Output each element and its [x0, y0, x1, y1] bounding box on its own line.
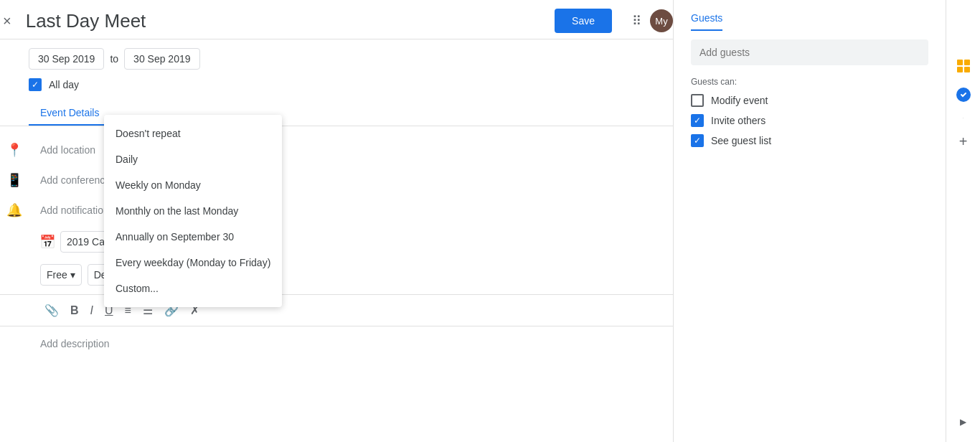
chevron-right-icon[interactable]: ▶	[955, 413, 972, 431]
guests-panel: Guests Guests can: Modify event Invite o…	[673, 0, 946, 442]
invite-others-label: Invite others	[711, 115, 765, 126]
date-row: 30 Sep 2019 to 30 Sep 2019	[0, 39, 673, 75]
save-button[interactable]: Save	[555, 9, 612, 33]
tabs: Event Details	[0, 100, 673, 126]
sidebar-icon-1[interactable]	[955, 57, 972, 75]
svg-rect-3	[964, 67, 970, 72]
status-value: Free	[47, 269, 67, 281]
guests-can-label: Guests can:	[691, 77, 928, 87]
allday-row: All day	[0, 75, 673, 94]
repeat-option-weekday[interactable]: Every weekday (Monday to Friday)	[104, 250, 282, 276]
header: × Save ⠿ My	[0, 0, 673, 39]
conference-icon: 📱	[0, 172, 29, 188]
invite-others-checkbox[interactable]	[691, 114, 704, 127]
conference-row: 📱 Add conferencing	[0, 165, 673, 195]
modify-event-option: Modify event	[691, 94, 928, 107]
svg-rect-1	[964, 60, 970, 65]
end-date-picker[interactable]: 30 Sep 2019	[124, 48, 199, 70]
bold-button[interactable]: B	[66, 301, 83, 320]
modify-event-label: Modify event	[711, 95, 768, 106]
see-guest-list-checkbox[interactable]	[691, 134, 704, 147]
svg-rect-2	[957, 67, 963, 72]
header-actions: Save ⠿ My	[555, 9, 673, 33]
see-guest-list-label: See guest list	[711, 135, 771, 146]
invite-others-option: Invite others	[691, 114, 928, 127]
location-row: 📍 Add location	[0, 135, 673, 165]
event-title-input[interactable]	[26, 10, 555, 32]
description-area[interactable]: Add description	[0, 329, 673, 387]
status-chevron-icon: ▾	[70, 269, 75, 281]
notification-icon: 🔔	[0, 202, 29, 218]
repeat-option-daily[interactable]: Daily	[104, 146, 282, 172]
calendar-row: 📅 2019 Calendar ▾ ▾	[0, 225, 673, 258]
apps-grid-icon[interactable]: ⠿	[632, 13, 641, 29]
sidebar-divider	[963, 118, 963, 118]
location-icon: 📍	[0, 142, 29, 158]
repeat-option-weekly[interactable]: Weekly on Monday	[104, 172, 282, 198]
tab-event-details[interactable]: Event Details	[29, 100, 110, 126]
status-selector[interactable]: Free ▾	[40, 264, 82, 286]
allday-label: All day	[49, 79, 79, 90]
italic-button[interactable]: I	[86, 301, 98, 320]
see-guest-list-option: See guest list	[691, 134, 928, 147]
close-button[interactable]: ×	[0, 10, 14, 32]
svg-rect-0	[957, 60, 963, 65]
form-section: 📍 Add location 📱 Add conferencing 🔔 Add …	[0, 126, 673, 291]
add-button[interactable]: +	[955, 133, 972, 150]
guests-input[interactable]	[691, 39, 928, 65]
allday-checkbox[interactable]	[29, 78, 42, 91]
repeat-dropdown: Doesn't repeat Daily Weekly on Monday Mo…	[104, 115, 282, 307]
notification-row: 🔔 Add notification	[0, 195, 673, 225]
avatar[interactable]: My	[650, 9, 673, 32]
attach-button[interactable]: 📎	[40, 301, 63, 320]
calendar-icon: 📅	[40, 234, 55, 250]
description-toolbar: 📎 B I U ≡ ☰ 🔗 ✗	[0, 294, 673, 326]
repeat-option-monthly[interactable]: Monthly on the last Monday	[104, 198, 282, 224]
sidebar-icon-2[interactable]	[955, 86, 972, 103]
start-date-picker[interactable]: 30 Sep 2019	[29, 48, 104, 70]
repeat-option-custom[interactable]: Custom...	[104, 276, 282, 301]
repeat-option-annually[interactable]: Annually on September 30	[104, 224, 282, 250]
repeat-option-doesnt-repeat[interactable]: Doesn't repeat	[104, 121, 282, 146]
far-right-sidebar: + ▶	[946, 0, 980, 442]
guests-title: Guests	[691, 11, 928, 39]
date-separator: to	[110, 53, 118, 65]
status-row: Free ▾ Default visibility ▾ ?	[0, 258, 673, 291]
description-placeholder: Add description	[40, 338, 110, 349]
modify-event-checkbox[interactable]	[691, 94, 704, 107]
